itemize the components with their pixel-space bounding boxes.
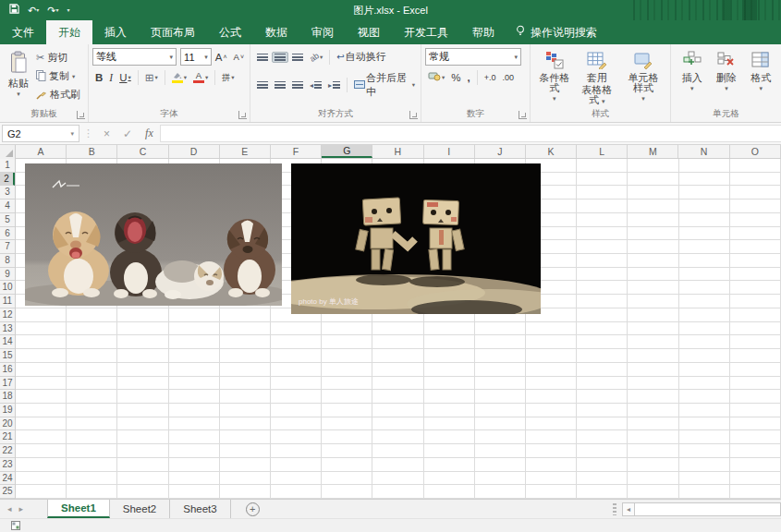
tell-me-search[interactable]: 操作说明搜索 — [506, 20, 606, 44]
row-header-17[interactable]: 17 — [0, 377, 15, 391]
tab-insert[interactable]: 插入 — [92, 20, 139, 44]
row-header-6[interactable]: 6 — [0, 227, 15, 241]
scrollbar-grip[interactable] — [613, 503, 616, 515]
new-sheet-button[interactable]: + — [246, 502, 260, 516]
decrease-decimal-button[interactable]: .00 — [499, 71, 517, 84]
accounting-format-button[interactable]: ▾ — [425, 69, 447, 85]
top-align-button[interactable] — [254, 52, 271, 63]
underline-button[interactable]: U▾ — [116, 70, 134, 85]
font-color-button[interactable]: A ▾ — [190, 70, 211, 85]
row-header-9[interactable]: 9 — [0, 268, 15, 282]
shrink-font-button[interactable]: A˅ — [231, 50, 247, 64]
middle-align-button[interactable] — [272, 52, 288, 63]
fill-color-button[interactable]: ▾ — [169, 70, 189, 85]
bottom-align-button[interactable] — [289, 52, 306, 63]
insert-cells-button[interactable]: 插入 ▾ — [677, 48, 707, 95]
sheet-nav-left-icon[interactable]: ◂ — [0, 500, 19, 518]
column-header-H[interactable]: H — [372, 145, 423, 158]
italic-button[interactable]: I — [106, 70, 116, 85]
column-header-D[interactable]: D — [169, 145, 220, 158]
row-header-8[interactable]: 8 — [0, 254, 15, 268]
tab-home[interactable]: 开始 — [46, 20, 92, 44]
row-header-5[interactable]: 5 — [0, 213, 15, 227]
sheet-nav-right-icon[interactable]: ▸ — [19, 500, 31, 518]
cancel-icon[interactable]: × — [97, 127, 116, 140]
name-box[interactable]: G2 ▾ — [2, 125, 79, 142]
number-format-select[interactable]: 常规 ▾ — [425, 48, 521, 66]
orientation-button[interactable]: ab▾ — [307, 51, 325, 64]
row-header-4[interactable]: 4 — [0, 200, 15, 213]
row-header-1[interactable]: 1 — [0, 159, 15, 173]
format-painter-button[interactable]: 格式刷 — [33, 87, 83, 103]
cell-styles-button[interactable]: 单元格样式 ▾ — [619, 48, 667, 105]
formula-input[interactable] — [160, 125, 781, 142]
tab-file[interactable]: 文件 — [0, 20, 46, 44]
column-header-K[interactable]: K — [526, 145, 577, 158]
clipboard-dialog-launcher[interactable] — [77, 111, 85, 119]
font-name-select[interactable]: 等线 ▾ — [92, 48, 177, 66]
tab-help[interactable]: 帮助 — [460, 20, 506, 44]
bold-button[interactable]: B — [92, 70, 105, 85]
macro-record-icon[interactable] — [11, 517, 20, 532]
tab-developer[interactable]: 开发工具 — [392, 20, 460, 44]
column-header-B[interactable]: B — [67, 145, 117, 158]
align-right-button[interactable] — [289, 79, 306, 91]
row-header-19[interactable]: 19 — [0, 404, 15, 417]
font-dialog-launcher[interactable] — [238, 111, 247, 119]
row-header-21[interactable]: 21 — [0, 430, 15, 444]
row-header-2[interactable]: 2 — [0, 173, 15, 187]
align-left-button[interactable] — [254, 79, 271, 91]
cut-button[interactable]: ✂ 剪切 — [33, 50, 83, 66]
grow-font-button[interactable]: A˄ — [213, 50, 230, 65]
row-header-18[interactable]: 18 — [0, 390, 15, 404]
row-header-13[interactable]: 13 — [0, 322, 15, 336]
row-header-22[interactable]: 22 — [0, 444, 15, 458]
copy-button[interactable]: 复制 ▾ — [33, 68, 83, 84]
increase-decimal-button[interactable]: +.0 — [482, 71, 499, 84]
column-header-J[interactable]: J — [475, 145, 526, 158]
sheet-tab-sheet2[interactable]: Sheet2 — [110, 500, 170, 518]
column-header-F[interactable]: F — [271, 145, 322, 158]
borders-button[interactable]: ⊞▾ — [142, 69, 161, 86]
insert-function-icon[interactable]: fx — [139, 127, 160, 140]
number-dialog-launcher[interactable] — [519, 111, 527, 119]
tab-page-layout[interactable]: 页面布局 — [139, 20, 207, 44]
tab-review[interactable]: 审阅 — [299, 20, 346, 44]
paste-button[interactable]: 粘贴 ▾ — [4, 48, 33, 101]
column-header-E[interactable]: E — [220, 145, 271, 158]
format-cells-button[interactable]: 格式 ▾ — [746, 48, 775, 95]
redo-icon[interactable]: ↷▾ — [47, 0, 58, 20]
tab-formulas[interactable]: 公式 — [207, 20, 253, 44]
column-header-I[interactable]: I — [424, 145, 475, 158]
row-header-25[interactable]: 25 — [0, 485, 15, 499]
tab-view[interactable]: 视图 — [346, 20, 392, 44]
row-header-10[interactable]: 10 — [0, 281, 15, 295]
format-as-table-button[interactable]: 套用 表格格式 ▾ — [575, 48, 620, 109]
row-header-15[interactable]: 15 — [0, 349, 15, 363]
select-all-corner[interactable] — [0, 145, 16, 159]
puppies-image[interactable] — [25, 163, 282, 309]
column-header-L[interactable]: L — [577, 145, 628, 158]
percent-style-button[interactable]: % — [448, 70, 463, 85]
comma-style-button[interactable]: , — [465, 70, 473, 85]
sheet-tab-sheet1[interactable]: Sheet1 — [47, 500, 110, 518]
hscroll-left-icon[interactable]: ◂ — [622, 502, 635, 516]
undo-icon[interactable]: ↶▾ — [28, 0, 39, 20]
column-header-G[interactable]: G — [322, 145, 372, 158]
customize-qat-icon[interactable]: ▾ — [67, 0, 69, 20]
column-header-M[interactable]: M — [628, 145, 678, 158]
enter-icon[interactable]: ✓ — [116, 127, 139, 140]
tab-data[interactable]: 数据 — [253, 20, 299, 44]
wrap-text-button[interactable]: ↩ 自动换行 — [334, 48, 388, 66]
conditional-formatting-button[interactable]: 条件格式 ▾ — [534, 48, 575, 105]
merge-center-button[interactable]: 合并后居中 ▾ — [351, 69, 418, 101]
decrease-indent-button[interactable]: ◂ — [307, 79, 324, 91]
column-header-N[interactable]: N — [678, 145, 729, 158]
align-center-button[interactable] — [272, 79, 288, 91]
row-header-23[interactable]: 23 — [0, 458, 15, 472]
row-header-11[interactable]: 11 — [0, 295, 15, 308]
save-icon[interactable] — [9, 0, 19, 20]
alignment-dialog-launcher[interactable] — [409, 111, 418, 119]
phonetic-guide-button[interactable]: 拼▾ — [219, 70, 237, 86]
column-header-C[interactable]: C — [117, 145, 168, 158]
